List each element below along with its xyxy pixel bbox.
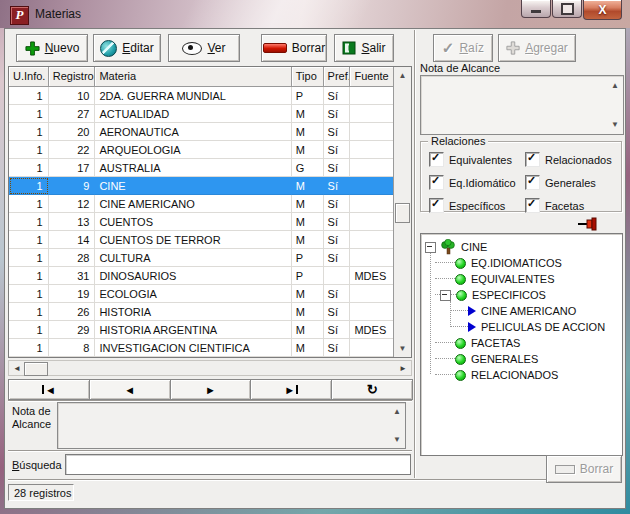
scroll-left-icon[interactable]: ◄ <box>13 364 21 373</box>
nota-alcance-textarea-left[interactable]: ▲ ▼ <box>57 402 406 449</box>
raiz-button[interactable]: ✓ Raíz <box>433 34 493 62</box>
tree-node-label[interactable]: FACETAS <box>471 337 520 349</box>
column-header-materia[interactable]: Materia <box>95 67 291 87</box>
tree-leaf-label[interactable]: CINE AMERICANO <box>481 305 576 317</box>
checkbox-box-icon[interactable]: ✓ <box>429 175 444 190</box>
scroll-up-icon[interactable]: ▲ <box>394 71 411 80</box>
horizontal-scrollbar[interactable]: ◄ ► <box>8 360 412 376</box>
column-header-tipo[interactable]: Tipo <box>292 67 324 87</box>
table-row[interactable]: 126HISTORIAMSí <box>9 303 393 321</box>
table-row[interactable]: 117AUSTRALIAGSí <box>9 159 393 177</box>
table-row[interactable]: 1102DA. GUERRA MUNDIALPSí <box>9 87 393 105</box>
table-row[interactable]: 122ARQUEOLOGIAMSí <box>9 141 393 159</box>
minimize-button[interactable] <box>521 0 551 18</box>
table-row[interactable]: 120AERONAUTICAMSí <box>9 123 393 141</box>
close-icon: X <box>598 3 606 17</box>
tree-node-generales[interactable]: GENERALES <box>425 351 622 367</box>
scroll-up-icon[interactable]: ▲ <box>392 407 402 416</box>
salir-button[interactable]: Salir <box>334 34 394 62</box>
scroll-right-icon[interactable]: ► <box>399 364 407 373</box>
check-icon: ✓ <box>442 41 455 55</box>
tree-children: EQ.IDIOMATICOSEQUIVALENTESESPECIFICOSCIN… <box>425 255 622 383</box>
table-row[interactable]: 112CINE AMERICANOMSí <box>9 195 393 213</box>
table-row[interactable]: 114CUENTOS DE TERRORMSí <box>9 231 393 249</box>
tree-node-label[interactable]: ESPECIFICOS <box>472 289 546 301</box>
horizontal-scroll-thumb[interactable] <box>24 362 48 376</box>
checkbox-box-icon[interactable]: ✓ <box>429 198 444 213</box>
pin-icon[interactable] <box>577 216 599 231</box>
checkbox-equivalentes[interactable]: ✓Equivalentes <box>429 152 525 167</box>
table-row[interactable]: 119ECOLOGIAMSí <box>9 285 393 303</box>
maximize-button[interactable] <box>552 0 582 18</box>
scroll-down-icon[interactable]: ▼ <box>610 120 620 129</box>
tree-node-especificos[interactable]: ESPECIFICOS <box>425 287 622 303</box>
checkbox-eq-idiom-tico[interactable]: ✓Eq.Idiomático <box>429 175 525 190</box>
scroll-down-icon[interactable]: ▼ <box>392 435 402 444</box>
tree-leaf-label[interactable]: PELICULAS DE ACCION <box>481 321 605 333</box>
close-button[interactable]: X <box>583 0 622 20</box>
tree-node-label[interactable]: RELACIONADOS <box>471 369 558 381</box>
tree-node-relacionados[interactable]: RELACIONADOS <box>425 367 622 383</box>
checkmark-icon: ✓ <box>431 174 440 187</box>
nav-first-button[interactable]: ◄ <box>8 379 90 400</box>
tree-node-eq-idiomaticos[interactable]: EQ.IDIOMATICOS <box>425 255 622 271</box>
nav-prev-button[interactable]: ◄ <box>89 379 171 400</box>
busqueda-input[interactable] <box>65 454 411 475</box>
agregar-button[interactable]: Agregar <box>498 34 576 62</box>
scroll-down-icon[interactable]: ▼ <box>394 344 411 353</box>
tree-root-row[interactable]: CINE <box>425 239 622 255</box>
collapse-box-icon[interactable] <box>425 242 436 253</box>
checkbox-box-icon[interactable]: ✓ <box>429 152 444 167</box>
tree-icon <box>440 239 456 255</box>
vertical-scroll-thumb[interactable] <box>395 203 410 223</box>
tree-leaf-peliculas-de-accion[interactable]: PELICULAS DE ACCION <box>425 319 622 335</box>
ver-button[interactable]: Ver <box>168 34 240 62</box>
table-row[interactable]: 18INVESTIGACION CIENTIFICAMSí <box>9 339 393 357</box>
nav-refresh-button[interactable]: ↻ <box>331 379 413 400</box>
grid-cell-uinfo: 1 <box>9 123 49 141</box>
delete-icon <box>263 43 287 53</box>
table-row[interactable]: 113CUENTOSMSí <box>9 213 393 231</box>
tree-node-equivalentes[interactable]: EQUIVALENTES <box>425 271 622 287</box>
materias-table[interactable]: U.Info. Registro Materia Tipo Pref. Fuen… <box>8 66 412 358</box>
nuevo-button[interactable]: Nuevo <box>16 34 88 62</box>
tree-node-label[interactable]: EQUIVALENTES <box>471 273 555 285</box>
checkbox-relacionados[interactable]: ✓Relacionados <box>525 152 615 167</box>
checkbox-generales[interactable]: ✓Generales <box>525 175 615 190</box>
vertical-scrollbar[interactable]: ▲ ▼ <box>393 67 411 357</box>
grid-cell-registro: 13 <box>49 213 96 231</box>
grid-cell-pref <box>324 267 351 285</box>
collapse-box-icon[interactable] <box>440 290 451 301</box>
titlebar[interactable]: P Materias X <box>0 0 630 28</box>
checkbox-facetas[interactable]: ✓Facetas <box>525 198 615 213</box>
checkbox-box-icon[interactable]: ✓ <box>525 198 540 213</box>
editar-button[interactable]: Editar <box>93 34 161 62</box>
tree-node-facetas[interactable]: FACETAS <box>425 335 622 351</box>
tree-node-label[interactable]: EQ.IDIOMATICOS <box>471 257 562 269</box>
app-logo-icon: P <box>10 6 29 25</box>
relations-tree[interactable]: CINE EQ.IDIOMATICOSEQUIVALENTESESPECIFIC… <box>420 233 623 456</box>
nota-alcance-textarea-right[interactable]: ▲ ▼ <box>420 75 624 135</box>
raiz-label: Raíz <box>459 41 484 55</box>
column-header-uinfo[interactable]: U.Info. <box>9 67 49 87</box>
borrar-button[interactable]: Borrar <box>261 34 327 62</box>
checkbox-box-icon[interactable]: ✓ <box>525 152 540 167</box>
table-row[interactable]: 131DINOSAURIOSPMDES <box>9 267 393 285</box>
nav-next-button[interactable]: ► <box>170 379 252 400</box>
nav-last-button[interactable]: ► <box>250 379 332 400</box>
scroll-up-icon[interactable]: ▲ <box>610 81 620 90</box>
column-header-pref[interactable]: Pref. <box>324 67 351 87</box>
column-header-registro[interactable]: Registro <box>49 67 96 87</box>
table-row[interactable]: 127ACTUALIDADMSí <box>9 105 393 123</box>
tree-node-label[interactable]: GENERALES <box>471 353 538 365</box>
tree-leaf-cine-americano[interactable]: CINE AMERICANO <box>425 303 622 319</box>
table-row[interactable]: 129HISTORIA ARGENTINAMSíMDES <box>9 321 393 339</box>
column-header-fuente[interactable]: Fuente <box>350 67 393 87</box>
tree-root-label[interactable]: CINE <box>461 241 487 253</box>
table-row[interactable]: 128CULTURAPSí <box>9 249 393 267</box>
borrar-relation-button[interactable]: Borrar <box>546 455 622 483</box>
checkbox-espec-ficos[interactable]: ✓Específicos <box>429 198 525 213</box>
table-row[interactable]: 19CINEMSí <box>9 177 393 195</box>
checkbox-box-icon[interactable]: ✓ <box>525 175 540 190</box>
tree-connector <box>435 374 455 376</box>
